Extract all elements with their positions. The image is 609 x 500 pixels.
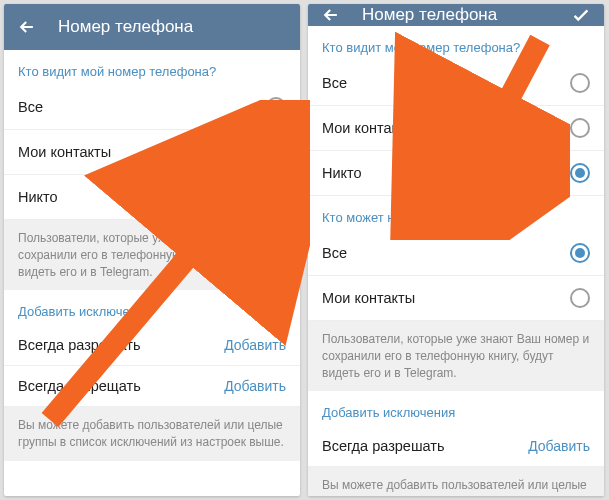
always-allow-row[interactable]: Всегда разрешать Добавить xyxy=(4,325,300,366)
screen-right: Номер телефона Кто видит мой номер телеф… xyxy=(308,4,604,496)
section-who-sees-title: Кто видит мой номер телефона? xyxy=(308,26,604,61)
section-who-sees-title: Кто видит мой номер телефона? xyxy=(4,50,300,85)
option-find-everybody[interactable]: Все xyxy=(308,231,604,276)
option-everybody[interactable]: Все xyxy=(308,61,604,106)
add-link[interactable]: Добавить xyxy=(224,378,286,394)
add-link[interactable]: Добавить xyxy=(224,337,286,353)
info-text: Пользователи, которые уже знают Ваш номе… xyxy=(308,321,604,391)
section-exceptions-title: Добавить исключения xyxy=(308,391,604,426)
row-label: Всегда запрещать xyxy=(18,378,141,394)
option-label: Мои контакты xyxy=(18,144,111,160)
radio-icon xyxy=(570,243,590,263)
radio-icon xyxy=(570,163,590,183)
radio-icon xyxy=(570,118,590,138)
app-header: Номер телефона xyxy=(4,4,300,50)
radio-icon xyxy=(266,187,286,207)
option-label: Никто xyxy=(18,189,58,205)
always-allow-row[interactable]: Всегда разрешать Добавить xyxy=(308,426,604,467)
radio-icon xyxy=(266,142,286,162)
option-label: Никто xyxy=(322,165,362,181)
option-my-contacts[interactable]: Мои контакты xyxy=(4,130,300,175)
screen-left: Номер телефона Кто видит мой номер телеф… xyxy=(4,4,300,496)
option-nobody[interactable]: Никто xyxy=(308,151,604,196)
app-header: Номер телефона xyxy=(308,4,604,26)
back-icon[interactable] xyxy=(16,16,38,38)
option-label: Мои контакты xyxy=(322,290,415,306)
option-label: Все xyxy=(322,75,347,91)
always-deny-row[interactable]: Всегда запрещать Добавить xyxy=(4,366,300,407)
add-link[interactable]: Добавить xyxy=(528,438,590,454)
info-text: Вы можете добавить пользователей или цел… xyxy=(4,407,300,461)
option-everybody[interactable]: Все xyxy=(4,85,300,130)
option-label: Все xyxy=(18,99,43,115)
radio-icon xyxy=(570,288,590,308)
check-icon[interactable] xyxy=(570,4,592,26)
row-label: Всегда разрешать xyxy=(322,438,445,454)
row-label: Всегда разрешать xyxy=(18,337,141,353)
info-text: Пользователи, которые уже знают Ваш номе… xyxy=(4,220,300,290)
info-text: Вы можете добавить пользователей или цел… xyxy=(308,467,604,496)
option-label: Мои контакты xyxy=(322,120,415,136)
page-title: Номер телефона xyxy=(362,5,550,25)
page-title: Номер телефона xyxy=(58,17,288,37)
option-find-contacts[interactable]: Мои контакты xyxy=(308,276,604,321)
option-label: Все xyxy=(322,245,347,261)
radio-icon xyxy=(266,97,286,117)
option-nobody[interactable]: Никто xyxy=(4,175,300,220)
back-icon[interactable] xyxy=(320,4,342,26)
option-my-contacts[interactable]: Мои контакты xyxy=(308,106,604,151)
radio-icon xyxy=(570,73,590,93)
section-exceptions-title: Добавить исключения xyxy=(4,290,300,325)
section-who-finds-title: Кто может найти меня по номеру? xyxy=(308,196,604,231)
